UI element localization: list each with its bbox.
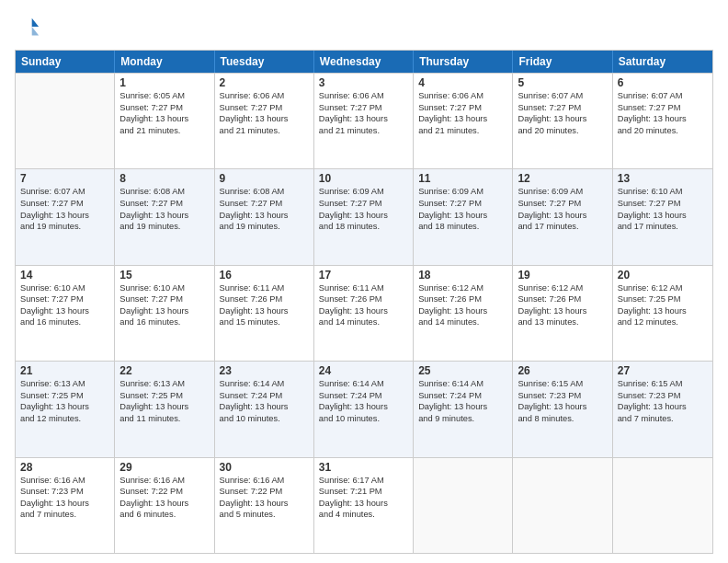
day-number: 31 <box>319 461 408 474</box>
cell-line: Sunset: 7:27 PM <box>20 198 109 210</box>
cell-line: Daylight: 13 hours <box>119 210 209 222</box>
calendar-cell-5-2: 29Sunrise: 6:16 AMSunset: 7:22 PMDayligh… <box>115 458 214 553</box>
calendar-cell-4-1: 21Sunrise: 6:13 AMSunset: 7:25 PMDayligh… <box>16 362 115 456</box>
day-number: 25 <box>418 364 507 377</box>
calendar-cell-3-1: 14Sunrise: 6:10 AMSunset: 7:27 PMDayligh… <box>16 266 115 361</box>
cell-line: Sunset: 7:27 PM <box>119 198 209 210</box>
col-header-friday: Friday <box>513 51 612 73</box>
cell-line: Sunrise: 6:12 AM <box>418 282 507 294</box>
day-number: 13 <box>618 172 708 185</box>
cell-line: Sunset: 7:27 PM <box>618 198 708 210</box>
day-number: 30 <box>220 461 309 474</box>
cell-line: and 21 minutes. <box>418 125 507 137</box>
cell-line: Sunrise: 6:07 AM <box>618 90 708 102</box>
calendar-cell-4-6: 26Sunrise: 6:15 AMSunset: 7:23 PMDayligh… <box>513 362 612 456</box>
calendar-cell-3-5: 18Sunrise: 6:12 AMSunset: 7:26 PMDayligh… <box>414 266 513 361</box>
calendar-cell-3-2: 15Sunrise: 6:10 AMSunset: 7:27 PMDayligh… <box>115 266 214 361</box>
cell-line: Sunset: 7:26 PM <box>319 293 408 305</box>
col-header-tuesday: Tuesday <box>215 51 314 73</box>
cell-line: Sunrise: 6:09 AM <box>518 186 607 198</box>
cell-line: Sunset: 7:25 PM <box>618 293 708 305</box>
cell-line: and 17 minutes. <box>518 221 607 233</box>
day-number: 14 <box>20 269 109 282</box>
calendar-cell-1-1 <box>16 74 115 168</box>
day-number: 23 <box>220 364 309 377</box>
header <box>15 15 713 40</box>
cell-line: and 19 minutes. <box>220 221 309 233</box>
day-number: 15 <box>119 269 209 282</box>
cell-line: Sunrise: 6:09 AM <box>319 186 408 198</box>
cell-line: Daylight: 13 hours <box>518 401 607 413</box>
calendar-cell-2-2: 8Sunrise: 6:08 AMSunset: 7:27 PMDaylight… <box>115 169 214 264</box>
svg-marker-1 <box>32 27 39 35</box>
cell-line: Sunset: 7:24 PM <box>319 390 408 402</box>
cell-line: Sunrise: 6:05 AM <box>119 90 209 102</box>
cell-line: Sunrise: 6:16 AM <box>220 475 309 487</box>
calendar-cell-5-4: 31Sunrise: 6:17 AMSunset: 7:21 PMDayligh… <box>314 458 414 553</box>
cell-line: Daylight: 13 hours <box>20 401 109 413</box>
svg-marker-0 <box>32 18 39 27</box>
calendar-cell-2-4: 10Sunrise: 6:09 AMSunset: 7:27 PMDayligh… <box>314 169 414 264</box>
day-number: 17 <box>319 269 408 282</box>
day-number: 4 <box>418 76 507 89</box>
cell-line: Sunset: 7:23 PM <box>20 486 109 498</box>
cell-line: Sunrise: 6:17 AM <box>319 475 408 487</box>
calendar-cell-5-6 <box>513 458 612 553</box>
cell-line: Sunset: 7:27 PM <box>418 102 507 114</box>
day-number: 21 <box>20 364 109 377</box>
day-number: 11 <box>418 172 507 185</box>
cell-line: Daylight: 13 hours <box>119 113 209 125</box>
cell-line: and 21 minutes. <box>319 125 408 137</box>
cell-line: and 19 minutes. <box>119 221 209 233</box>
day-number: 8 <box>119 172 209 185</box>
cell-line: Sunset: 7:27 PM <box>220 198 309 210</box>
calendar-cell-3-7: 20Sunrise: 6:12 AMSunset: 7:25 PMDayligh… <box>613 266 712 361</box>
cell-line: and 13 minutes. <box>518 316 607 328</box>
cell-line: Daylight: 13 hours <box>119 498 209 510</box>
cell-line: and 19 minutes. <box>20 221 109 233</box>
day-number: 22 <box>119 364 209 377</box>
calendar-cell-3-3: 16Sunrise: 6:11 AMSunset: 7:26 PMDayligh… <box>215 266 314 361</box>
calendar-cell-5-3: 30Sunrise: 6:16 AMSunset: 7:22 PMDayligh… <box>215 458 314 553</box>
day-number: 19 <box>518 269 607 282</box>
day-number: 26 <box>518 364 607 377</box>
col-header-wednesday: Wednesday <box>314 51 414 73</box>
cell-line: Sunrise: 6:13 AM <box>119 378 209 390</box>
cell-line: and 12 minutes. <box>618 316 708 328</box>
cell-line: Daylight: 13 hours <box>518 305 607 317</box>
cell-line: Daylight: 13 hours <box>220 401 309 413</box>
calendar-row-4: 21Sunrise: 6:13 AMSunset: 7:25 PMDayligh… <box>16 361 712 456</box>
cell-line: Sunrise: 6:14 AM <box>418 378 507 390</box>
cell-line: Daylight: 13 hours <box>20 305 109 317</box>
cell-line: Sunset: 7:26 PM <box>220 293 309 305</box>
cell-line: and 16 minutes. <box>119 316 209 328</box>
cell-line: Daylight: 13 hours <box>418 305 507 317</box>
cell-line: and 12 minutes. <box>20 413 109 425</box>
calendar-cell-5-7 <box>613 458 712 553</box>
calendar-header-row: SundayMondayTuesdayWednesdayThursdayFrid… <box>16 51 712 73</box>
page: SundayMondayTuesdayWednesdayThursdayFrid… <box>0 0 728 563</box>
calendar-row-5: 28Sunrise: 6:16 AMSunset: 7:23 PMDayligh… <box>16 457 712 553</box>
cell-line: and 5 minutes. <box>220 509 309 521</box>
day-number: 3 <box>319 76 408 89</box>
cell-line: Daylight: 13 hours <box>220 210 309 222</box>
cell-line: Sunrise: 6:14 AM <box>319 378 408 390</box>
calendar-cell-1-4: 3Sunrise: 6:06 AMSunset: 7:27 PMDaylight… <box>314 74 414 168</box>
cell-line: and 10 minutes. <box>220 413 309 425</box>
calendar: SundayMondayTuesdayWednesdayThursdayFrid… <box>15 50 713 554</box>
cell-line: Sunset: 7:24 PM <box>418 390 507 402</box>
cell-line: Sunrise: 6:10 AM <box>119 282 209 294</box>
cell-line: Sunset: 7:23 PM <box>518 390 607 402</box>
cell-line: Sunset: 7:27 PM <box>418 198 507 210</box>
calendar-row-2: 7Sunrise: 6:07 AMSunset: 7:27 PMDaylight… <box>16 168 712 264</box>
day-number: 2 <box>220 76 309 89</box>
cell-line: and 7 minutes. <box>20 509 109 521</box>
col-header-thursday: Thursday <box>414 51 513 73</box>
cell-line: Sunrise: 6:10 AM <box>20 282 109 294</box>
calendar-row-1: 1Sunrise: 6:05 AMSunset: 7:27 PMDaylight… <box>16 73 712 168</box>
calendar-cell-1-7: 6Sunrise: 6:07 AMSunset: 7:27 PMDaylight… <box>613 74 712 168</box>
cell-line: Daylight: 13 hours <box>618 210 708 222</box>
cell-line: Sunset: 7:24 PM <box>220 390 309 402</box>
cell-line: Sunrise: 6:16 AM <box>119 475 209 487</box>
cell-line: Sunrise: 6:06 AM <box>319 90 408 102</box>
